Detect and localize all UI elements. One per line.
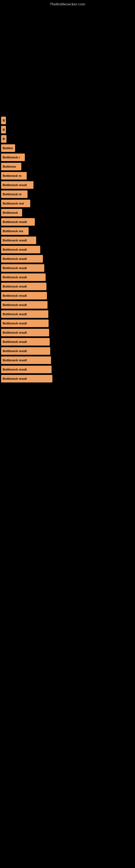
result-label: Bottleneck result [3,349,27,352]
result-bar: Bottleneck result [1,329,49,336]
result-bar: Bottleneck re [1,190,28,198]
result-label: Bottleneck r [3,156,20,159]
list-item: Bottleneck result [1,255,134,262]
list-item: Bottlenec [1,163,134,170]
result-bar: Bottleneck result [1,218,35,226]
result-label: Bottleneck [3,211,18,214]
result-label: Bottleneck re [3,174,21,177]
list-item: Bottleneck result [1,181,134,189]
result-bar: Bottleneck r [1,154,25,161]
list-item: Bottleneck result [1,366,134,373]
result-label: Bottleneck res [3,229,23,233]
result-bar: Bottleneck res [1,227,29,235]
list-item: B [1,126,134,133]
list-item: Bottleneck result [1,218,134,226]
result-bar: B [1,117,6,124]
result-label: Bottleneck result [3,267,27,270]
result-label: Bottleneck result [3,368,27,371]
result-label: Bottleneck result [3,183,27,187]
result-label: Bottlen [3,147,13,150]
list-item: Bottleneck result [1,283,134,290]
list-item: Bottleneck result [1,301,134,309]
result-bar: B [1,126,6,133]
result-bar: Bottlenec [1,163,21,170]
result-label: Bottleneck result [3,294,27,297]
list-item: Bottleneck re [1,190,134,198]
list-item: Bottleneck r [1,154,134,161]
result-label: Bottleneck result [3,276,27,279]
result-bar: Bottleneck result [1,292,47,300]
result-label: Bottleneck result [3,331,27,334]
result-label: B [3,119,5,122]
list-item: Bottleneck result [1,375,134,382]
list-item: Bottleneck result [1,329,134,336]
list-item: Bottleneck result [1,237,134,244]
list-item: Bottleneck [1,209,134,216]
result-label: Bottleneck result [3,239,27,242]
result-label: B [3,137,5,141]
result-label: Bottleneck result [3,285,27,288]
result-bar: Bottleneck result [1,338,50,346]
list-item: Bottleneck resi [1,199,134,207]
list-item: Bottleneck result [1,347,134,355]
list-item: B [1,117,134,124]
result-label: Bottleneck result [3,248,27,251]
list-item: Bottleneck result [1,356,134,364]
result-bar: Bottleneck result [1,319,49,327]
result-bar: Bottleneck result [1,310,48,318]
result-bar: Bottleneck result [1,237,36,244]
result-bar: Bottleneck result [1,273,46,281]
result-bar: Bottleneck result [1,255,43,262]
chart-area [0,5,135,114]
result-bar: Bottleneck result [1,347,50,355]
result-bar: B [1,135,6,143]
result-bar: Bottleneck result [1,246,40,253]
result-label: Bottleneck result [3,312,27,316]
list-item: Bottleneck result [1,310,134,318]
result-label: Bottleneck resi [3,202,24,205]
result-label: Bottleneck result [3,322,27,325]
list-item: Bottleneck result [1,319,134,327]
result-bar: Bottleneck re [1,172,27,180]
result-bar: Bottleneck result [1,181,34,189]
result-label: Bottleneck result [3,220,27,223]
result-bar: Bottleneck result [1,301,48,309]
result-label: Bottlenec [3,165,16,168]
result-bar: Bottleneck result [1,356,51,364]
result-bar: Bottlen [1,144,15,152]
result-label: B [3,128,5,131]
list-item: Bottleneck result [1,273,134,281]
result-bar: Bottleneck [1,209,22,216]
result-bar: Bottleneck result [1,366,52,373]
result-label: Bottleneck re [3,193,21,196]
result-label: Bottleneck result [3,303,27,307]
list-item: Bottleneck result [1,292,134,300]
list-item: Bottleneck result [1,264,134,272]
list-item: Bottleneck res [1,227,134,235]
result-bar: Bottleneck resi [1,199,30,207]
list-item: B [1,135,134,143]
result-label: Bottleneck result [3,359,27,362]
list-item: Bottleneck result [1,338,134,346]
list-item: Bottleneck result [1,246,134,253]
list-item: Bottlen [1,144,134,152]
result-label: Bottleneck result [3,257,27,260]
result-bar: Bottleneck result [1,264,44,272]
result-label: Bottleneck result [3,377,27,380]
list-item: Bottleneck re [1,172,134,180]
result-label: Bottleneck result [3,340,27,343]
result-bar: Bottleneck result [1,283,46,290]
result-bar: Bottleneck result [1,375,52,382]
results-container: BBBBottlenBottleneck rBottlenecBottlenec… [0,117,135,384]
